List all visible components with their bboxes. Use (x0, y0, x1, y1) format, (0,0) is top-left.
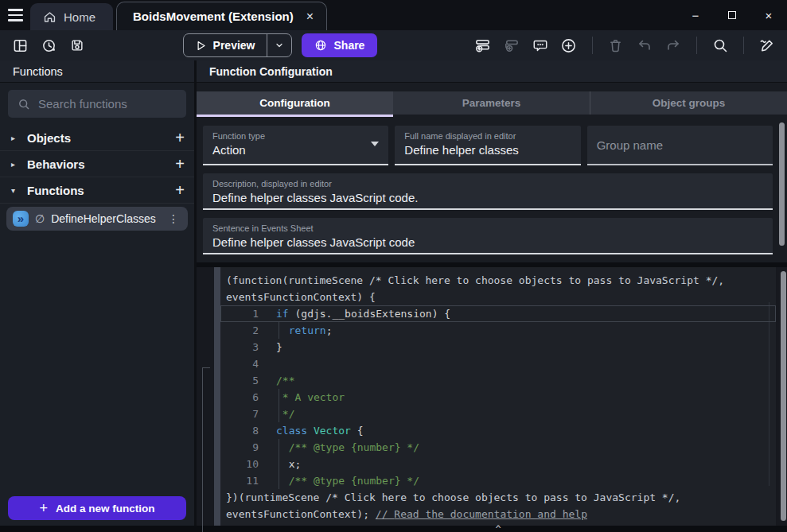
code-footer-wrapper[interactable]: })(runtimeScene /* Click here to choose … (220, 489, 776, 522)
documentation-link[interactable]: Read the documentation and help (394, 508, 587, 520)
tab-home[interactable]: Home (30, 3, 113, 30)
code-line-6[interactable]: 6 * A vector (220, 389, 776, 406)
add-new-function-button[interactable]: + Add a new function (8, 496, 186, 520)
description-field[interactable]: Description, displayed in editor Define … (203, 173, 773, 210)
sidebar-section-objects[interactable]: ▸ Objects + (0, 125, 194, 151)
search-placeholder: Search functions (38, 97, 127, 111)
home-icon (43, 10, 56, 24)
code-line-9[interactable]: 9 /** @type {number} */ (220, 439, 776, 456)
tab-close-icon[interactable]: × (306, 10, 314, 23)
line-number: 4 (220, 355, 259, 372)
window-close-button[interactable]: × (750, 0, 787, 30)
field-row-1: Function type Action Full name displayed… (203, 126, 773, 165)
toolbar-divider (696, 37, 697, 54)
tab-parameters[interactable]: Parameters (393, 91, 590, 115)
event-drag-handle[interactable] (214, 267, 220, 526)
code-text: if (gdjs.__boidsExtension) { (259, 305, 450, 322)
toolbar-center-group: Preview Share (183, 33, 378, 57)
toolbar: Preview Share (0, 30, 787, 60)
full-name-field[interactable]: Full name displayed in editor Define hel… (395, 126, 580, 165)
save-button[interactable] (65, 33, 89, 57)
code-line-4[interactable]: 4 (220, 355, 776, 372)
add-event-icon (474, 37, 491, 54)
function-item-selected[interactable]: » ∅ DefineHelperClasses ⋮ (6, 207, 188, 231)
code-text: */ (259, 406, 294, 422)
globe-icon (314, 39, 327, 52)
code-scrollbar[interactable] (781, 271, 786, 521)
code-line-10[interactable]: 10 x; (220, 456, 776, 472)
version-history-button[interactable] (37, 33, 60, 57)
preview-options-button[interactable] (267, 34, 291, 56)
tab-object-groups[interactable]: Object groups (590, 91, 787, 115)
edit-extension-button[interactable] (755, 33, 779, 57)
tab-extension-label: BoidsMovement (Extension) (133, 10, 294, 23)
sidebar-title: Functions (0, 60, 194, 83)
add-comment-button[interactable] (528, 33, 552, 57)
edit-pencil-icon (758, 37, 775, 54)
code-line-11[interactable]: 11 /** @type {number} */ (220, 472, 776, 489)
add-function-plus-button[interactable]: + (175, 182, 185, 198)
layout-panels-icon (13, 38, 28, 53)
preview-button-label: Preview (213, 39, 255, 52)
code-line-8[interactable]: 8class Vector { (220, 422, 776, 439)
collapse-hint-caret[interactable]: ^ (220, 524, 776, 532)
events-indent-line (202, 367, 210, 532)
dropdown-caret-icon (371, 142, 379, 146)
code-line-2[interactable]: 2 return; (220, 322, 776, 339)
redo-button[interactable] (661, 33, 685, 57)
toolbar-left-group (8, 33, 89, 57)
tab-configuration[interactable]: Configuration (197, 91, 393, 115)
preview-button[interactable]: Preview (183, 33, 292, 57)
code-header-wrapper[interactable]: (function(runtimeScene /* Click here to … (220, 272, 776, 305)
code-text: return; (259, 322, 332, 339)
sentence-label: Sentence in Events Sheet (212, 223, 763, 233)
app-window: Home BoidsMovement (Extension) × − × (0, 0, 787, 532)
config-scrollbar[interactable] (779, 122, 785, 246)
section-label: Behaviors (27, 157, 175, 171)
code-text: x; (259, 456, 301, 472)
window-maximize-button[interactable] (714, 0, 750, 30)
sentence-field[interactable]: Sentence in Events Sheet Define helper c… (203, 218, 773, 254)
content-area: Functions Search functions ▸ Objects + ▸… (0, 60, 787, 526)
code-line-7[interactable]: 7 */ (220, 406, 776, 422)
line-number: 2 (220, 322, 259, 339)
comment-bubble-icon (532, 37, 548, 53)
toolbar-divider (743, 37, 744, 54)
sentence-value: Define helper classes JavaScript code (212, 235, 763, 249)
function-type-select[interactable]: Function type Action (203, 126, 388, 165)
code-editor[interactable]: (function(runtimeScene /* Click here to … (220, 267, 776, 526)
search-events-button[interactable] (708, 33, 732, 57)
choose-event-button[interactable] (557, 33, 581, 57)
add-subevent-icon (503, 37, 520, 54)
tab-extension[interactable]: BoidsMovement (Extension) × (116, 2, 327, 30)
code-line-3[interactable]: 3} (220, 339, 776, 355)
search-functions-input[interactable]: Search functions (8, 90, 186, 118)
trash-icon (608, 38, 623, 53)
play-icon (195, 40, 207, 52)
group-name-placeholder: Group name (597, 138, 663, 152)
toolbar-divider (592, 37, 593, 54)
delete-button[interactable] (604, 33, 628, 57)
main-menu-button[interactable] (0, 0, 30, 30)
code-line-1[interactable]: 1if (gdjs.__boidsExtension) { (220, 305, 776, 322)
search-icon (18, 98, 30, 111)
code-line-5[interactable]: 5/** (220, 372, 776, 389)
sidebar-section-behaviors[interactable]: ▸ Behaviors + (0, 151, 194, 177)
main-panel: Function Configuration Configuration Par… (197, 60, 787, 526)
group-name-field[interactable]: Group name (587, 126, 773, 165)
add-object-button[interactable]: + (175, 130, 185, 146)
add-behavior-button[interactable]: + (175, 156, 185, 172)
main-panel-title: Function Configuration (197, 60, 787, 83)
code-text: /** @type {number} */ (259, 472, 419, 489)
add-event-button[interactable] (471, 33, 495, 57)
sidebar-section-functions[interactable]: ▾ Functions + (0, 177, 194, 204)
function-item-menu-icon[interactable]: ⋮ (168, 212, 180, 225)
search-icon (712, 37, 728, 53)
chevron-right-icon: ▸ (11, 160, 24, 169)
window-minimize-button[interactable]: − (677, 0, 714, 30)
project-manager-button[interactable] (8, 33, 32, 57)
undo-button[interactable] (633, 33, 656, 57)
save-floppy-icon (70, 38, 84, 52)
add-subevent-button[interactable] (500, 33, 524, 57)
share-button[interactable]: Share (302, 33, 378, 57)
